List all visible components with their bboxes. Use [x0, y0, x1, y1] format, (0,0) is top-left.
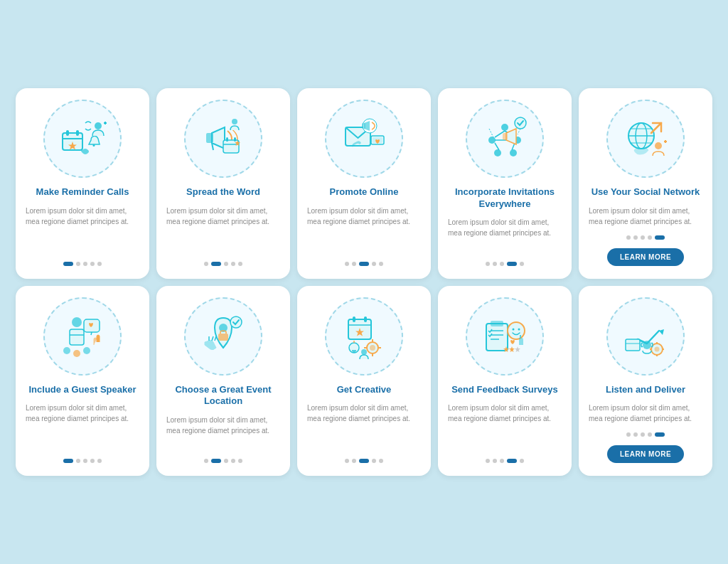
svg-point-6	[95, 122, 102, 129]
svg-rect-31	[503, 133, 508, 140]
svg-point-63	[370, 345, 375, 351]
svg-rect-52	[218, 334, 228, 341]
card-desc: Lorem ipsum dolor sit dim amet, mea regi…	[26, 206, 139, 253]
svg-point-24	[494, 149, 501, 156]
card-desc: Lorem ipsum dolor sit dim amet, mea regi…	[448, 217, 562, 252]
svg-point-22	[488, 137, 496, 144]
svg-rect-10	[223, 140, 239, 153]
dot-5	[379, 262, 383, 266]
svg-marker-80	[509, 346, 515, 352]
card-title: Include a Guest Speaker	[28, 384, 136, 396]
icon-area-speaker	[43, 297, 122, 376]
svg-marker-83	[659, 329, 664, 335]
svg-line-54	[212, 336, 213, 341]
svg-point-53	[230, 316, 242, 328]
svg-point-47	[63, 347, 70, 354]
dot-4	[231, 262, 235, 266]
card-desc: Lorem ipsum dolor sit dim amet, mea regi…	[166, 206, 280, 253]
svg-rect-12	[226, 137, 228, 142]
pagination-dots	[204, 262, 242, 266]
dot-3	[641, 432, 645, 437]
dot-4	[648, 432, 652, 437]
card-title: Send Feedback Surveys	[451, 384, 558, 396]
svg-rect-18	[362, 123, 365, 129]
pagination-dots	[626, 235, 665, 240]
dot-2	[352, 459, 356, 463]
card-title: Listen and Deliver	[606, 384, 685, 396]
learn-more-button-2[interactable]: LEARN MORE	[607, 445, 684, 463]
dot-5	[655, 432, 665, 437]
svg-point-21	[501, 124, 508, 131]
card-desc: Lorem ipsum dolor sit dim amet, mea regi…	[589, 403, 702, 424]
card-use-social-network: Use Your Social Network Lorem ipsum dolo…	[579, 88, 712, 279]
pagination-dots	[345, 262, 383, 266]
card-title: Choose a Great Event Location	[166, 384, 280, 408]
dot-4	[90, 262, 95, 266]
card-desc: Lorem ipsum dolor sit dim amet, mea regi…	[307, 403, 421, 450]
card-title: Get Creative	[337, 384, 392, 396]
pagination-dots	[345, 459, 383, 463]
pagination-dots	[63, 459, 102, 463]
icon-area-social	[606, 100, 685, 178]
dot-5	[97, 262, 102, 266]
svg-point-4	[93, 144, 95, 147]
svg-line-33	[518, 129, 520, 134]
svg-point-32	[515, 117, 526, 129]
pagination-dots	[626, 432, 665, 437]
dot-1	[626, 235, 631, 240]
icon-area-creative	[325, 297, 403, 376]
card-feedback-surveys: Send Feedback Surveys Lorem ipsum dolor …	[438, 286, 572, 477]
card-make-reminder-calls: Make Reminder Calls Lorem ipsum dolor si…	[16, 88, 149, 279]
dot-5	[238, 262, 242, 266]
svg-point-93	[643, 341, 651, 349]
icon-area-listen	[606, 297, 685, 376]
svg-rect-2	[66, 130, 69, 136]
dot-5	[238, 459, 242, 463]
pagination-dots	[486, 459, 524, 463]
icon-area-feedback	[466, 297, 544, 376]
card-promote-online: Promote Online Lorem ipsum dolor sit dim…	[297, 88, 431, 279]
card-title: Promote Online	[330, 186, 399, 198]
dot-1	[63, 262, 73, 266]
dot-2	[211, 459, 221, 463]
svg-point-48	[73, 350, 80, 357]
card-spread-the-word: Spread the Word Lorem ipsum dolor sit di…	[156, 88, 290, 279]
dot-3	[359, 262, 369, 266]
card-desc: Lorem ipsum dolor sit dim amet, mea regi…	[589, 206, 702, 227]
dot-4	[90, 459, 95, 463]
dot-2	[76, 262, 80, 266]
card-get-creative: Get Creative Lorem ipsum dolor sit dim a…	[297, 286, 431, 477]
card-title: Incorporate Invitations Everywhere	[448, 186, 562, 211]
dot-3	[224, 459, 228, 463]
dot-5	[520, 262, 524, 266]
svg-point-77	[513, 328, 515, 330]
learn-more-button-1[interactable]: LEARN MORE	[607, 248, 684, 266]
svg-line-34	[489, 129, 493, 137]
icon-area-location	[184, 297, 262, 376]
dot-3	[83, 459, 87, 463]
dot-4	[231, 459, 235, 463]
dot-5	[379, 459, 383, 463]
dot-5	[655, 235, 665, 240]
card-desc: Lorem ipsum dolor sit dim amet, mea regi…	[26, 403, 139, 450]
card-desc: Lorem ipsum dolor sit dim amet, mea regi…	[307, 206, 421, 253]
dot-3	[359, 459, 369, 463]
svg-point-44	[72, 317, 82, 327]
dot-2	[493, 262, 497, 266]
icon-area-reminder	[43, 100, 122, 178]
dot-2	[211, 262, 221, 266]
card-title: Make Reminder Calls	[36, 186, 129, 198]
dot-4	[507, 262, 517, 266]
dot-1	[626, 432, 631, 437]
dot-2	[633, 432, 638, 437]
svg-marker-81	[515, 346, 520, 352]
dot-4	[372, 459, 376, 463]
card-listen-deliver: Listen and Deliver Lorem ipsum dolor sit…	[579, 286, 712, 477]
dot-1	[486, 262, 490, 266]
icon-area-promote	[325, 100, 403, 178]
dot-5	[520, 459, 524, 463]
dot-1	[345, 262, 349, 266]
svg-point-41	[655, 142, 662, 149]
icon-area-spread	[184, 100, 262, 178]
dot-1	[486, 459, 490, 463]
